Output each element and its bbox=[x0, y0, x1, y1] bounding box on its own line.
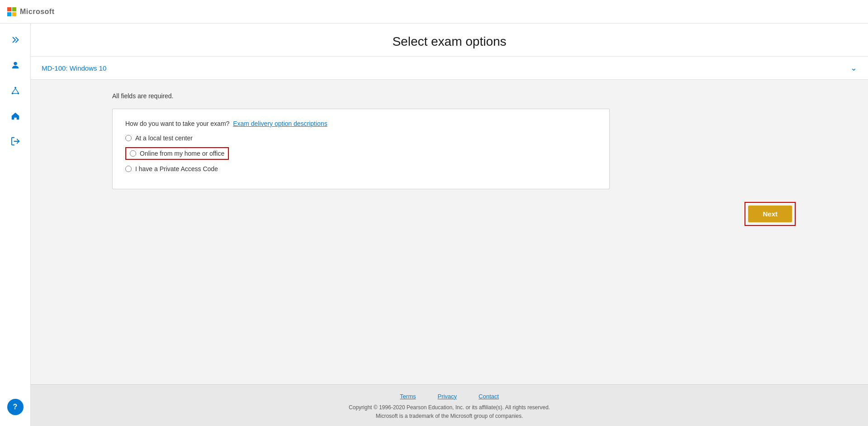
footer-links: Terms Privacy Contact bbox=[31, 393, 868, 400]
question-text: How do you want to take your exam? Exam … bbox=[125, 120, 597, 127]
sidebar-item-network[interactable] bbox=[5, 80, 26, 101]
copyright-line2: Microsoft is a trademark of the Microsof… bbox=[31, 412, 868, 421]
next-button-highlight: Next bbox=[745, 202, 796, 226]
footer-link-contact[interactable]: Contact bbox=[479, 393, 499, 400]
content-spacer bbox=[31, 244, 868, 384]
option-test-center[interactable]: At a local test center bbox=[125, 134, 597, 142]
radio-online-home[interactable] bbox=[130, 150, 136, 157]
home-icon bbox=[10, 111, 20, 121]
page-title-bar: Select exam options bbox=[31, 24, 868, 57]
radio-test-center[interactable] bbox=[125, 135, 132, 141]
footer-copyright: Copyright © 1996-2020 Pearson Education,… bbox=[31, 403, 868, 421]
exam-options-card: How do you want to take your exam? Exam … bbox=[112, 109, 610, 189]
footer: Terms Privacy Contact Copyright © 1996-2… bbox=[31, 384, 868, 426]
option-private-code-label: I have a Private Access Code bbox=[135, 165, 218, 172]
option-private-code[interactable]: I have a Private Access Code bbox=[125, 165, 597, 172]
radio-private-code[interactable] bbox=[125, 166, 132, 172]
sidebar-item-collapse[interactable] bbox=[5, 29, 26, 51]
option-online-home-wrapper[interactable]: Online from my home or office bbox=[125, 147, 229, 160]
main-layout: ? Select exam options MD-100: Windows 10… bbox=[0, 24, 868, 426]
sidebar-item-account[interactable] bbox=[5, 54, 26, 76]
signout-icon bbox=[10, 136, 20, 146]
chevrons-right-icon bbox=[10, 35, 20, 45]
next-button-area: Next bbox=[112, 202, 796, 226]
exam-title: MD-100: Windows 10 bbox=[42, 64, 106, 72]
content-area: Select exam options MD-100: Windows 10 ⌄… bbox=[31, 24, 868, 426]
person-icon bbox=[10, 60, 20, 70]
page-title: Select exam options bbox=[31, 34, 868, 49]
svg-point-0 bbox=[14, 62, 17, 65]
microsoft-logo-text: Microsoft bbox=[20, 8, 55, 16]
next-button[interactable]: Next bbox=[748, 206, 792, 222]
chevron-down-icon[interactable]: ⌄ bbox=[850, 63, 857, 73]
svg-line-4 bbox=[12, 88, 15, 92]
footer-link-terms[interactable]: Terms bbox=[400, 393, 416, 400]
required-note: All fields are required. bbox=[112, 92, 796, 100]
exam-header[interactable]: MD-100: Windows 10 ⌄ bbox=[31, 57, 868, 80]
footer-link-privacy[interactable]: Privacy bbox=[437, 393, 457, 400]
sidebar-bottom: ? bbox=[7, 395, 24, 426]
sidebar-item-signout[interactable] bbox=[5, 130, 26, 152]
form-content: All fields are required. How do you want… bbox=[31, 80, 868, 244]
svg-line-5 bbox=[15, 88, 18, 92]
option-online-home-label: Online from my home or office bbox=[140, 150, 224, 157]
sidebar-item-home[interactable] bbox=[5, 105, 26, 127]
help-icon: ? bbox=[13, 403, 18, 411]
option-test-center-label: At a local test center bbox=[135, 134, 193, 142]
help-button[interactable]: ? bbox=[7, 399, 24, 415]
top-header: Microsoft bbox=[0, 0, 868, 24]
question-label: How do you want to take your exam? bbox=[125, 120, 229, 127]
sidebar: ? bbox=[0, 24, 31, 426]
network-icon bbox=[10, 86, 20, 96]
delivery-options-link[interactable]: Exam delivery option descriptions bbox=[233, 120, 327, 127]
microsoft-logo bbox=[7, 7, 16, 16]
svg-point-1 bbox=[14, 87, 16, 89]
copyright-line1: Copyright © 1996-2020 Pearson Education,… bbox=[31, 403, 868, 412]
